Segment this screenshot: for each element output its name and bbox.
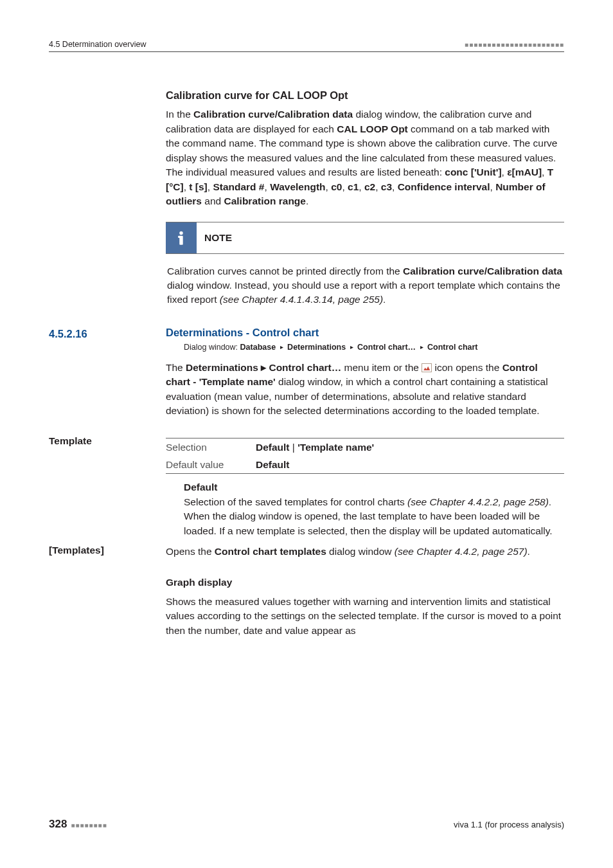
cell-key: Selection (166, 438, 256, 456)
footer-squares: ■■■■■■■■ (71, 822, 107, 829)
cal-curve-heading: Calibration curve for CAL LOOP Opt (166, 88, 564, 102)
breadcrumb: Dialog window: Database ▸ Determinations… (184, 343, 564, 352)
text: , (542, 167, 547, 177)
chart-icon (422, 363, 432, 372)
side-label-template: Template (49, 435, 159, 447)
text: Selection of the saved templates for con… (184, 496, 407, 507)
footer: 328■■■■■■■■ viva 1.1 (for process analys… (49, 818, 564, 831)
text: Calibration curves cannot be printed dir… (167, 266, 403, 276)
text: , (359, 181, 364, 192)
text: | (290, 442, 298, 453)
text: , (392, 181, 398, 192)
side-label-templates: [Templates] (49, 545, 159, 556)
metric: Calibration range (224, 195, 305, 206)
note-dialog-bold: Calibration curve/Calibration data (403, 266, 562, 276)
text: menu item or the (341, 362, 422, 373)
metric: Standard # (213, 181, 264, 192)
default-head: Default (184, 480, 564, 494)
text: , (490, 181, 496, 192)
breadcrumb-item: Control chart (427, 343, 477, 352)
running-head-squares: ■■■■■■■■■■■■■■■■■■■■■■ (465, 41, 564, 48)
breadcrumb-label: Dialog window: (184, 343, 240, 352)
value-bold: Default (256, 442, 290, 453)
menu-path-bold: Determinations ▸ Control chart… (186, 362, 341, 373)
running-head-section: 4.5 Determination overview (49, 40, 146, 49)
text: , (502, 167, 508, 177)
running-head: 4.5 Determination overview ■■■■■■■■■■■■■… (49, 40, 564, 49)
table-row: Default value Default (166, 456, 564, 474)
text: , (342, 181, 348, 192)
metric: Wavelength (270, 181, 325, 192)
text: , (326, 181, 332, 192)
metric: c3 (381, 181, 392, 192)
text: , (375, 181, 381, 192)
value-bold: 'Template name' (298, 442, 374, 453)
breadcrumb-item: Database (240, 343, 276, 352)
page-number: 328 (49, 818, 67, 830)
cal-curve-paragraph: In the Calibration curve/Calibration dat… (166, 107, 564, 208)
text: In the (166, 109, 193, 120)
text: and (202, 195, 224, 206)
metric: ε[mAU] (507, 167, 542, 177)
metric: t [s] (189, 181, 207, 192)
breadcrumb-item: Control chart… (357, 343, 416, 352)
text: . (383, 294, 386, 305)
dialog-name-bold: Calibration curve/Calibration data (193, 109, 353, 120)
info-icon (166, 222, 197, 253)
cell-value: Default | 'Template name' (256, 438, 564, 456)
text: The (166, 362, 186, 373)
ref-italic: (see Chapter 4.4.2, page 257) (395, 546, 528, 557)
breadcrumb-item: Determinations (287, 343, 346, 352)
chevron-right-icon: ▸ (420, 343, 423, 350)
section-number: 4.5.2.16 (49, 327, 159, 340)
text: , (265, 181, 271, 192)
chevron-right-icon: ▸ (280, 343, 283, 350)
note-body: Calibration curves cannot be printed dir… (166, 254, 564, 310)
text: . (306, 195, 308, 206)
dialog-name-bold: Control chart templates (215, 546, 326, 557)
ref-italic: (see Chapter 4.4.2.2, page 258) (407, 496, 549, 507)
cell-key: Default value (166, 456, 256, 474)
cal-loop-bold: CAL LOOP Opt (337, 123, 408, 134)
table-row: Selection Default | 'Template name' (166, 438, 564, 456)
metric: Confidence interval (398, 181, 490, 192)
note-label: NOTE (197, 232, 232, 244)
note-ref-italic: (see Chapter 4.4.1.4.3.14, page 255) (220, 294, 383, 305)
footer-text: viva 1.1 (for process analysis) (454, 820, 564, 829)
text: . (528, 546, 530, 557)
svg-point-0 (179, 231, 182, 234)
text: Opens the (166, 546, 215, 557)
templates-body: Opens the Control chart templates dialog… (166, 545, 564, 559)
template-table: Selection Default | 'Template name' Defa… (166, 438, 564, 475)
metric: c1 (348, 181, 359, 192)
metric: conc ['Unit'] (445, 167, 501, 177)
graph-display-body: Shows the measured values together with … (166, 595, 564, 638)
default-description: Default Selection of the saved templates… (166, 480, 564, 538)
text: dialog window (326, 546, 395, 557)
section-title: Determinations - Control chart (166, 327, 564, 339)
note-box: NOTE Calibration curves cannot be printe… (166, 222, 564, 310)
svg-rect-2 (178, 235, 181, 237)
chevron-right-icon: ▸ (350, 343, 353, 350)
metric: c2 (364, 181, 375, 192)
graph-display-heading: Graph display (166, 576, 564, 590)
text: icon opens the (432, 362, 502, 373)
cell-value: Default (256, 456, 564, 474)
metric: c0 (331, 181, 342, 192)
value-bold: Default (256, 459, 290, 470)
control-chart-intro: The Determinations ▸ Control chart… menu… (166, 361, 564, 419)
